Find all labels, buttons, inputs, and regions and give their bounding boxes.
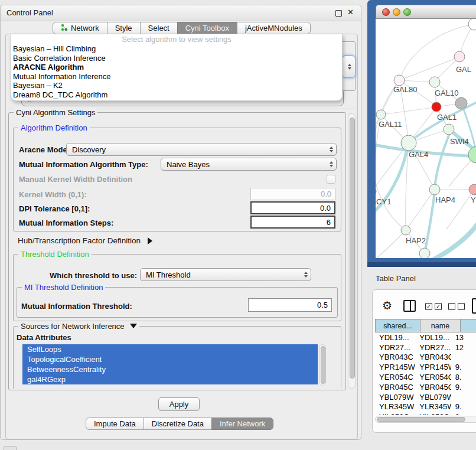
settings-scrollbar[interactable] (348, 113, 356, 389)
network-node-label: HAP2 (406, 236, 426, 245)
algorithm-option[interactable]: Bayesian – Hill Climbing (11, 44, 342, 54)
algorithm-option[interactable]: Mutual Information Inference (11, 72, 342, 81)
network-edge[interactable] (399, 57, 459, 80)
table-row[interactable]: YBR043CYBR043C (375, 353, 476, 363)
network-edge[interactable] (376, 230, 406, 258)
table-row[interactable]: YLR345WYLR345W9. (375, 402, 476, 412)
data-attribute-item[interactable]: SelfLoops (22, 344, 318, 354)
network-node-label: GAL1 (437, 113, 457, 122)
network-node-gal11[interactable] (376, 110, 386, 119)
network-node[interactable] (419, 248, 430, 258)
tab-network[interactable]: Network (53, 22, 107, 34)
table-cell: 9. (451, 383, 476, 392)
network-node-gal10[interactable] (429, 77, 440, 87)
mi-steps-field[interactable]: 6 (250, 216, 335, 229)
apply-button-label: Apply (169, 400, 189, 409)
mi-threshold-field[interactable]: 0.5 (248, 298, 332, 312)
manual-kernel-checkbox[interactable] (327, 175, 335, 184)
network-node[interactable] (468, 19, 476, 30)
table-column-header[interactable]: shared... (375, 319, 420, 332)
table-row[interactable]: YER054CYER054C8. (375, 372, 476, 382)
zoom-traffic-light-icon[interactable] (403, 8, 411, 16)
kernel-width-field[interactable]: 0.0 (250, 188, 335, 200)
mi-type-combo[interactable]: Naive Bayes (161, 158, 337, 171)
mi-threshold-group-title: MI Threshold Definition (22, 283, 105, 292)
algorithm-option[interactable]: Bayesian – K2 (11, 81, 342, 90)
table-body[interactable]: YDL19...YDL19...13YDR27...YDR27...12YBR0… (375, 332, 476, 415)
network-node-y[interactable] (469, 184, 476, 195)
table-row[interactable]: YPR145WYPR145W9. (375, 362, 476, 372)
network-canvas[interactable]: GALGAL80GAL10GAL1GAL11SWI4GAL4GCY1HAP4YH… (376, 19, 476, 258)
chevron-right-icon (148, 237, 152, 244)
dpi-tolerance-field[interactable]: 0.0 (250, 201, 335, 214)
focused-combo-spinner[interactable] (342, 56, 356, 78)
network-window-titlebar[interactable] (376, 5, 476, 19)
table-cell: 13 (451, 333, 476, 342)
cyni-settings-title: Cyni Algorithm Settings (14, 108, 97, 117)
mi-type-label: Mutual Information Algorithm Type: (19, 160, 148, 169)
table-row[interactable]: YBL079WYBL079W (375, 392, 476, 402)
network-edge[interactable] (381, 107, 436, 115)
minimize-traffic-light-icon[interactable] (393, 8, 400, 16)
tab-jactivemnodules[interactable]: jActiveMNodules (237, 22, 311, 34)
network-edge[interactable] (376, 80, 406, 230)
close-traffic-light-icon[interactable] (382, 8, 390, 16)
which-threshold-label: Which threshold to use: (50, 271, 137, 280)
table-column-header[interactable] (461, 319, 476, 332)
network-node[interactable] (468, 146, 476, 163)
sources-title-text: Sources for Network Inference (21, 322, 125, 331)
apply-button[interactable]: Apply (158, 397, 200, 411)
tab-discretize-data[interactable]: Discretize Data (144, 418, 212, 430)
data-attribute-item[interactable]: gal4RGexp (22, 374, 318, 384)
data-attribute-item[interactable]: BetweennessCentrality (22, 364, 318, 374)
table-cell: YBL079W (375, 393, 415, 402)
table-panel: ⚙ ✓✓ shared...name YDL19...YDL19...13YDR… (372, 289, 476, 433)
table-cell: 9. (451, 363, 476, 371)
document-icon[interactable] (472, 298, 476, 314)
table-cell: YDR27... (375, 343, 415, 352)
network-node[interactable] (455, 97, 467, 109)
which-threshold-combo[interactable]: MI Threshold (140, 268, 311, 281)
tab-select[interactable]: Select (140, 22, 178, 34)
table-row[interactable]: YBR045CYBR045C9. (375, 382, 476, 392)
table-cell: 12 (451, 343, 476, 352)
table-row[interactable]: YDL19...YDL19...13 (375, 332, 476, 343)
network-node-gal1[interactable] (432, 102, 441, 112)
network-node-swi4[interactable] (444, 124, 454, 135)
table-cell: YBR045C (375, 383, 415, 392)
table-row[interactable]: YIL052CYIL052C9 (375, 412, 476, 415)
mi-threshold-value: 0.5 (317, 301, 328, 309)
algorithm-option[interactable]: Dream8 DC_TDC Algorithm (11, 90, 342, 100)
network-window-bottom-edge (367, 262, 476, 267)
deselect-all-icon[interactable] (448, 303, 465, 310)
algorithm-option[interactable]: Basic Correlation Inference (11, 54, 342, 63)
aracne-mode-combo[interactable]: Discovery (66, 143, 337, 156)
algorithm-option[interactable]: ARACNE Algorithm (11, 63, 342, 72)
network-node-hap4[interactable] (429, 184, 440, 195)
split-table-icon[interactable] (403, 300, 416, 312)
tab-impute-data[interactable]: Impute Data (86, 418, 144, 430)
table-row[interactable]: YDR27...YDR27...12 (375, 343, 476, 353)
hub-definition-toggle[interactable]: Hub/Transcription Factor Definition (18, 236, 152, 245)
chevron-down-icon[interactable] (130, 324, 137, 328)
network-node-gcy1[interactable] (376, 187, 376, 195)
network-node-hap2[interactable] (401, 226, 410, 235)
data-attributes-list[interactable]: SelfLoopsTopologicalCoefficientBetweenne… (22, 344, 318, 384)
network-node-gal[interactable] (454, 51, 465, 62)
control-panel-titlebar: Control Panel ✕ (1, 5, 361, 21)
tab-infer-network[interactable]: Infer Network (211, 418, 273, 430)
network-node-gal4[interactable] (401, 135, 416, 151)
data-attribute-item[interactable]: TopologicalCoefficient (22, 354, 318, 364)
tab-cyni-toolbox[interactable]: Cyni Toolbox (177, 22, 237, 34)
table-hscrollbar[interactable] (375, 416, 476, 423)
close-window-icon[interactable]: ✕ (347, 9, 354, 15)
tab-style[interactable]: Style (107, 22, 141, 34)
table-column-header[interactable]: name (420, 319, 461, 332)
network-node-gal80[interactable] (394, 75, 405, 86)
attributes-scrollbar[interactable] (319, 344, 326, 386)
minimized-window-icon[interactable] (4, 446, 17, 450)
sources-clip: Sources for Network Inference Data Attri… (13, 322, 344, 389)
gear-icon[interactable]: ⚙ (382, 299, 392, 312)
float-window-icon[interactable] (335, 10, 342, 17)
select-all-icon[interactable]: ✓✓ (425, 303, 442, 310)
